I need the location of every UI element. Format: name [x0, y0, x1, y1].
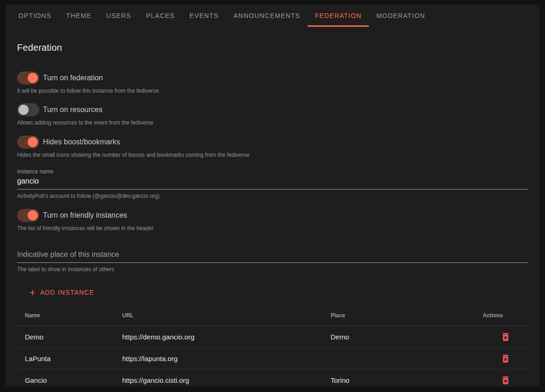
- page-title: Federation: [17, 42, 528, 53]
- tab-announcements[interactable]: ANNOUNCEMENTS: [226, 5, 308, 27]
- federation-settings: Federation Turn on federation It will be…: [6, 42, 539, 386]
- instance-name-cell: Demo: [17, 326, 122, 348]
- instance-place-field: The label to show in instances of others: [17, 248, 528, 273]
- plus-icon: [28, 288, 37, 297]
- tab-federation[interactable]: FEDERATION: [308, 5, 369, 27]
- resources-toggle-hint: Allows adding resources to the event fro…: [17, 119, 528, 126]
- instance-place-hint: The label to show in instances of others: [17, 266, 528, 273]
- trash-delete-icon: [500, 375, 511, 386]
- instance-name-cell: Gancio: [17, 369, 122, 386]
- delete-instance-button[interactable]: [498, 373, 513, 386]
- instance-place-cell: Demo: [331, 326, 483, 348]
- boost-toggle-hint: Hides the small icons showing the number…: [17, 152, 528, 158]
- tab-moderation[interactable]: MODERATION: [369, 5, 432, 27]
- toggle-thumb: [18, 105, 29, 115]
- tab-users[interactable]: USERS: [99, 5, 138, 27]
- instance-name-field: Instance name ActivityPub's account to f…: [17, 168, 528, 199]
- toggle-thumb: [28, 73, 38, 83]
- table-row: Gancio https://gancio.cisti.org Torino: [17, 369, 528, 386]
- col-header-actions: Actions: [483, 308, 528, 326]
- table-row: LaPunta https://lapunta.org: [17, 348, 528, 369]
- instance-url-cell: https://demo.gancio.org: [122, 326, 331, 348]
- instance-place-cell: [331, 348, 483, 369]
- instance-place-cell: Torino: [331, 369, 483, 386]
- delete-instance-button[interactable]: [498, 330, 513, 344]
- resources-toggle-label: Turn on resources: [43, 106, 102, 114]
- setting-federation: Turn on federation It will be possible t…: [17, 71, 528, 94]
- federation-toggle-hint: It will be possible to follow this insta…: [17, 88, 528, 94]
- instance-url-cell: https://lapunta.org: [122, 348, 331, 369]
- friendly-toggle-label: Turn on friendly instances: [43, 211, 127, 220]
- tab-options[interactable]: OPTIONS: [11, 5, 59, 27]
- instance-name-label: Instance name: [17, 168, 528, 175]
- col-header-name: Name: [17, 308, 122, 326]
- col-header-place: Place: [331, 308, 483, 326]
- instance-place-input[interactable]: [17, 248, 528, 263]
- boost-toggle[interactable]: [17, 136, 39, 148]
- instances-table: Name URL Place Actions Demo https://demo…: [17, 308, 528, 386]
- add-instance-label: ADD INSTANCE: [40, 289, 95, 296]
- col-header-url: URL: [122, 308, 331, 326]
- table-row: Demo https://demo.gancio.org Demo: [17, 326, 528, 348]
- toggle-thumb: [28, 210, 38, 220]
- tab-places[interactable]: PLACES: [139, 5, 182, 27]
- trash-delete-icon: [500, 332, 511, 342]
- setting-resources: Turn on resources Allows adding resource…: [17, 103, 528, 126]
- tab-events[interactable]: EVENTS: [182, 5, 226, 27]
- admin-panel-card: OPTIONS THEME USERS PLACES EVENTS ANNOUN…: [6, 5, 539, 386]
- trash-delete-icon: [500, 353, 511, 364]
- resources-toggle[interactable]: [17, 103, 39, 116]
- friendly-toggle-hint: The list of friendly instances will be s…: [17, 225, 528, 232]
- setting-friendly: Turn on friendly instances The list of f…: [17, 209, 528, 232]
- instance-url-cell: https://gancio.cisti.org: [122, 369, 331, 386]
- setting-boost: Hides boost/bookmarks Hides the small ic…: [17, 136, 528, 158]
- delete-instance-button[interactable]: [498, 351, 513, 366]
- admin-tabs: OPTIONS THEME USERS PLACES EVENTS ANNOUN…: [6, 5, 539, 27]
- instance-name-input[interactable]: [17, 175, 528, 190]
- add-instance-button[interactable]: ADD INSTANCE: [24, 285, 98, 300]
- toggle-thumb: [28, 137, 38, 147]
- instance-name-hint: ActivityPub's account to follow (@gancio…: [17, 193, 528, 199]
- boost-toggle-label: Hides boost/bookmarks: [43, 138, 120, 146]
- tab-theme[interactable]: THEME: [59, 5, 99, 27]
- instance-name-cell: LaPunta: [17, 348, 122, 369]
- federation-toggle[interactable]: [17, 71, 39, 84]
- friendly-toggle[interactable]: [17, 209, 39, 222]
- federation-toggle-label: Turn on federation: [43, 74, 103, 82]
- table-header-row: Name URL Place Actions: [17, 308, 528, 326]
